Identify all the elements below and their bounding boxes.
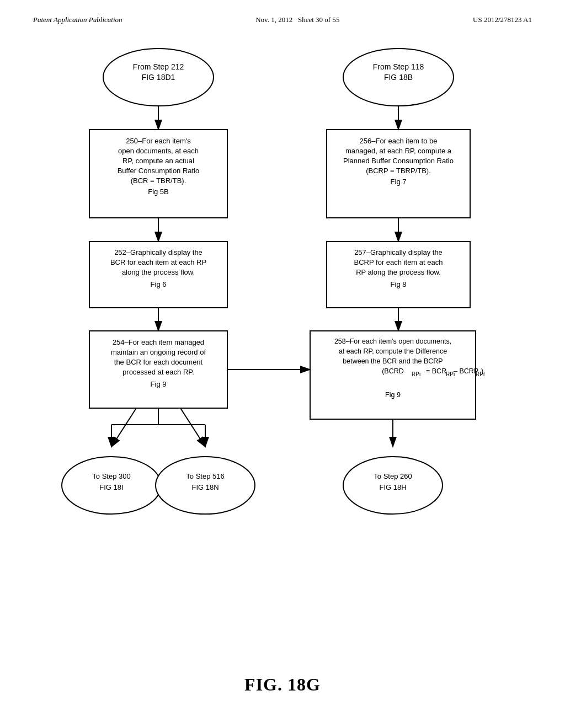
svg-line-54	[111, 408, 136, 447]
svg-text:along the process flow.: along the process flow.	[122, 268, 195, 276]
svg-text:(BCRP = TBRP/TB).: (BCRP = TBRP/TB).	[366, 167, 431, 175]
svg-text:– BCRP: – BCRP	[454, 367, 478, 375]
svg-text:Buffer Consumption Ratio: Buffer Consumption Ratio	[118, 167, 200, 175]
svg-text:RP along the process flow.: RP along the process flow.	[356, 268, 441, 276]
svg-text:FIG 18I: FIG 18I	[99, 483, 123, 491]
svg-text:250–For each item's: 250–For each item's	[126, 137, 191, 145]
svg-text:FIG 18B: FIG 18B	[384, 73, 413, 82]
svg-text:the BCR for each document: the BCR for each document	[114, 358, 203, 366]
date-sheet: Nov. 1, 2012 Sheet 30 of 55	[255, 15, 339, 24]
svg-text:257–Graphically display the: 257–Graphically display the	[354, 248, 443, 256]
svg-text:Fig 8: Fig 8	[391, 280, 407, 288]
svg-text:= BCR: = BCR	[426, 367, 446, 375]
svg-text:(BCR = TBR/TB).: (BCR = TBR/TB).	[131, 176, 186, 185]
flowchart-diagram: From Step 212 FIG 18D1 From Step 118 FIG…	[56, 33, 509, 612]
svg-text:processed at each RP.: processed at each RP.	[122, 368, 194, 376]
svg-text:(BCRD: (BCRD	[382, 367, 404, 375]
svg-line-55	[180, 408, 205, 447]
svg-text:between the BCR and the BCRP: between the BCR and the BCRP	[343, 357, 443, 365]
svg-text:To Step 516: To Step 516	[186, 472, 224, 480]
svg-text:Fig 9: Fig 9	[385, 391, 401, 399]
svg-text:252–Graphically display the: 252–Graphically display the	[114, 248, 202, 256]
svg-text:).: ).	[481, 367, 486, 375]
svg-text:managed, at each RP, compute a: managed, at each RP, compute a	[345, 147, 452, 155]
svg-text:Fig 7: Fig 7	[391, 178, 407, 186]
page-header: Patent Application Publication Nov. 1, 2…	[0, 0, 565, 24]
svg-text:FIG 18D1: FIG 18D1	[142, 73, 175, 82]
svg-text:Fig 9: Fig 9	[151, 380, 167, 388]
svg-text:Fig 6: Fig 6	[151, 280, 167, 288]
svg-text:From Step 118: From Step 118	[373, 62, 424, 71]
svg-text:BCRP for each item at each: BCRP for each item at each	[354, 258, 443, 266]
patent-number: US 2012/278123 A1	[473, 15, 532, 24]
svg-text:open documents, at each: open documents, at each	[118, 147, 199, 155]
svg-text:FIG 18H: FIG 18H	[379, 483, 406, 491]
svg-text:256–For each item to be: 256–For each item to be	[360, 137, 438, 145]
svg-text:RP, compute an actual: RP, compute an actual	[122, 157, 194, 165]
svg-text:To Step 260: To Step 260	[374, 472, 412, 480]
svg-text:FIG 18N: FIG 18N	[191, 483, 218, 491]
svg-text:maintain an ongoing record of: maintain an ongoing record of	[111, 348, 206, 356]
svg-text:To Step 300: To Step 300	[92, 472, 130, 480]
figure-caption: FIG. 18G	[244, 675, 321, 695]
publication-label: Patent Application Publication	[33, 15, 122, 24]
svg-text:254–For each item managed: 254–For each item managed	[113, 338, 204, 346]
svg-text:From Step 212: From Step 212	[133, 62, 184, 71]
svg-text:RPi: RPi	[412, 371, 420, 377]
svg-text:Fig 5B: Fig 5B	[148, 188, 169, 196]
svg-text:BCR for each item at each RP: BCR for each item at each RP	[110, 258, 206, 266]
svg-text:Planned Buffer Consumption Rat: Planned Buffer Consumption Ratio	[343, 157, 454, 165]
svg-text:258–For each item's open docum: 258–For each item's open documents,	[334, 338, 451, 345]
svg-text:at each RP, compute the Differ: at each RP, compute the Difference	[339, 347, 447, 355]
